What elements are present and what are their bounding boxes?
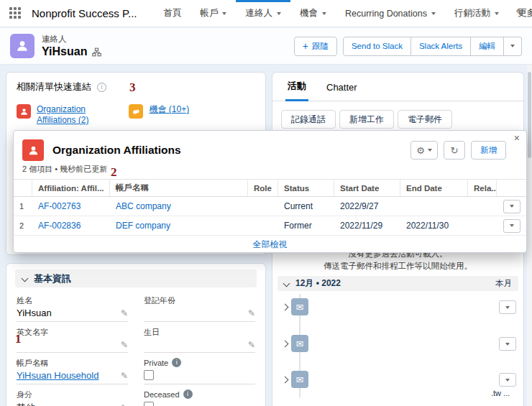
nav-tab-campaigns[interactable]: 行銷活動	[445, 0, 508, 27]
row-actions-button[interactable]	[499, 337, 516, 351]
close-icon[interactable]: ×	[514, 133, 520, 143]
annotation-number-2: 2	[111, 165, 117, 180]
row-actions-button[interactable]	[499, 373, 516, 387]
field-label: 登記年份	[144, 295, 255, 306]
quick-link-organization-affiliations[interactable]: OrganizationAffiliations (2)	[17, 104, 88, 126]
quick-link-label: 機會 (10+)	[149, 104, 189, 115]
edit-pencil-icon[interactable]: ✎	[121, 372, 128, 380]
quick-link-opportunities[interactable]: 機會 (10+)	[129, 104, 189, 126]
section-title: 基本資訊	[34, 272, 71, 285]
nav-tab-campaigns-label: 行銷活動	[454, 7, 490, 19]
table-row: 1 AF-002763 ABC company Current 2022/9/2…	[14, 197, 526, 216]
refresh-button[interactable]: ↻	[444, 141, 465, 160]
col-status[interactable]: Status	[278, 180, 334, 196]
nav-tab-opportunities-label: 機會	[300, 7, 318, 19]
row-actions-button[interactable]	[499, 300, 516, 314]
private-checkbox[interactable]	[144, 370, 154, 380]
hierarchy-icon[interactable]	[92, 47, 101, 57]
new-button[interactable]: 新增	[471, 141, 506, 160]
record-name: YiHsuan	[42, 45, 87, 58]
col-related[interactable]: Rela...	[468, 180, 497, 196]
cell-start-date: 2022/11/29	[334, 221, 400, 231]
edit-pencil-icon[interactable]: ✎	[248, 309, 255, 318]
nav-tab-contacts[interactable]: 連絡人	[236, 0, 290, 27]
row-actions-button[interactable]	[503, 219, 520, 233]
affiliation-link[interactable]: AF-002763	[38, 201, 81, 211]
field-deceased: Deceased i	[144, 384, 255, 406]
more-actions-button[interactable]	[504, 37, 522, 56]
expand-chevron-icon[interactable]	[282, 304, 289, 311]
quick-links-title: 相關清單快速連結	[17, 80, 91, 93]
scrollbar-thumb[interactable]	[528, 72, 531, 158]
edit-pencil-icon[interactable]: ✎	[515, 7, 524, 19]
deceased-checkbox[interactable]	[144, 402, 154, 406]
cell-status: Former	[278, 221, 334, 231]
nav-tab-contacts-label: 連絡人	[245, 7, 272, 19]
info-icon: i	[183, 389, 193, 399]
account-link[interactable]: YiHsuan Household	[17, 370, 98, 381]
detail-fields: 姓名 YiHsuan ✎ 登記年份 ✎ 英文名字 ✎ 生日 ✎	[15, 290, 257, 406]
email-icon: ✉	[291, 371, 308, 388]
col-start-date[interactable]: Start Date	[334, 180, 400, 196]
table-header-row: Affiliation: Affil... 帳戶名稱 Role Status S…	[14, 180, 526, 197]
nav-tab-opportunities[interactable]: 機會	[290, 0, 336, 27]
chevron-down-icon	[431, 12, 436, 15]
section-header-basic-info[interactable]: 基本資訊	[15, 269, 257, 287]
email-icon: ✉	[291, 335, 308, 352]
col-affiliation[interactable]: Affiliation: Affil...	[32, 180, 110, 196]
view-all-link[interactable]: 全部檢視	[253, 239, 288, 251]
follow-label: 跟隨	[312, 41, 329, 52]
tab-activity[interactable]: 活動	[288, 80, 306, 101]
expand-chevron-icon[interactable]	[282, 377, 289, 384]
col-role[interactable]: Role	[248, 180, 278, 196]
list-settings-button[interactable]: ⚙	[411, 141, 438, 160]
nav-tab-accounts[interactable]: 帳戶	[191, 0, 236, 27]
slack-alerts-button[interactable]: Slack Alerts	[411, 37, 471, 56]
edit-pencil-icon[interactable]: ✎	[121, 309, 128, 318]
gear-icon: ⚙	[416, 145, 425, 156]
field-label: Private	[144, 359, 168, 367]
field-label: 姓名	[17, 295, 128, 306]
popup-title: Organization Affiliations	[52, 144, 181, 157]
chevron-down-icon	[510, 224, 514, 227]
send-to-slack-button[interactable]: Send to Slack	[343, 37, 411, 56]
edit-pencil-icon[interactable]: ✎	[248, 341, 255, 349]
contact-details-card: 基本資訊 姓名 YiHsuan ✎ 登記年份 ✎ 英文名字 ✎ 生日	[6, 263, 266, 406]
log-call-button[interactable]: 記錄通話	[281, 110, 336, 129]
field-english-name: 英文名字 ✎	[17, 322, 128, 353]
field-name: 姓名 YiHsuan ✎	[17, 290, 128, 322]
app-launcher-icon[interactable]	[9, 7, 22, 19]
field-label: 身分	[17, 389, 128, 400]
app-name: Nonprofit Success P...	[32, 7, 137, 19]
chevron-down-icon	[428, 149, 432, 152]
edit-pencil-icon[interactable]: ✎	[121, 341, 128, 349]
opportunity-icon	[129, 104, 143, 119]
timeline-month-header[interactable]: 12月 • 2022 本月	[278, 276, 518, 291]
field-value: 其他	[17, 402, 35, 406]
contact-icon	[10, 34, 35, 58]
edit-button[interactable]: 編輯	[471, 37, 504, 56]
row-actions-button[interactable]	[503, 200, 520, 213]
email-button[interactable]: 電子郵件	[398, 110, 452, 129]
chevron-down-icon	[505, 343, 510, 346]
email-icon: ✉	[291, 298, 308, 315]
annotation-number-3: 3	[129, 80, 136, 95]
follow-button[interactable]: +跟隨	[294, 37, 337, 56]
entity-label: 連絡人	[42, 34, 101, 45]
col-account-name[interactable]: 帳戶名稱	[110, 180, 248, 196]
timeline-item: ✉	[272, 298, 523, 317]
account-link[interactable]: DEF company	[116, 221, 170, 231]
field-label: 帳戶名稱	[17, 358, 128, 369]
affiliation-link[interactable]: AF-002836	[38, 221, 81, 231]
new-task-button[interactable]: 新增工作	[339, 110, 394, 129]
field-identity: 身分 其他 ✎	[17, 384, 128, 406]
nav-tab-recurring-donations[interactable]: Recurring Donations	[336, 0, 445, 27]
nav-tab-home[interactable]: 首頁	[154, 0, 191, 27]
col-end-date[interactable]: End Date	[400, 180, 468, 196]
expand-chevron-icon[interactable]	[282, 341, 289, 348]
tab-chatter[interactable]: Chatter	[326, 82, 357, 101]
account-link[interactable]: ABC company	[116, 201, 171, 211]
cell-end-date: 2022/11/30	[400, 221, 468, 231]
list-meta: 2 個項目 • 幾秒前已更新	[14, 161, 526, 179]
activity-composer: 記錄通話 新增工作 電子郵件	[272, 101, 523, 129]
